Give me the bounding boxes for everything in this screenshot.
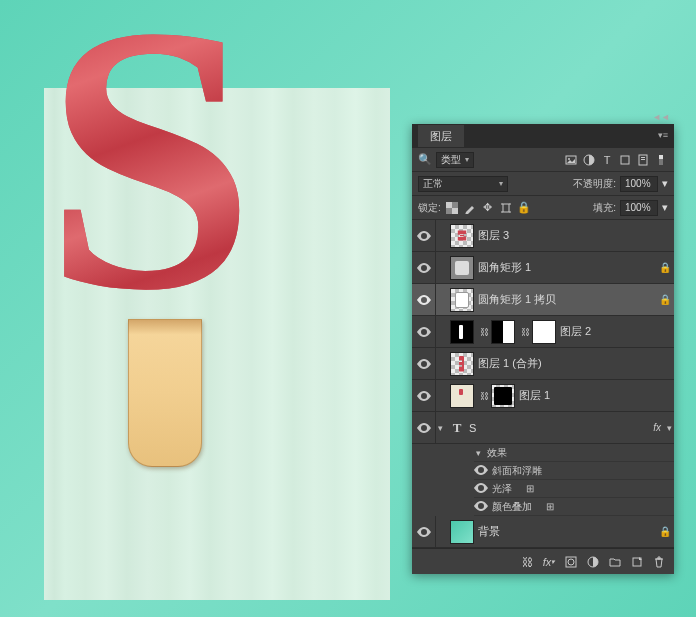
effect-visibility-toggle[interactable]	[474, 465, 488, 477]
effect-add-icon[interactable]: ⊞	[520, 483, 540, 494]
layers-tab[interactable]: 图层	[418, 125, 464, 147]
smart-filter-icon[interactable]	[636, 153, 650, 167]
panel-collapse-icon[interactable]: ◄◄	[652, 112, 670, 122]
layers-list: 图层 3 圆角矩形 1 🔒 圆角矩形 1 拷贝 🔒 ⛓ ⛓ 图层 2	[412, 220, 674, 548]
layer-name[interactable]: 图层 3	[478, 228, 674, 243]
layer-thumbnail[interactable]	[450, 352, 474, 376]
layer-style-icon[interactable]: fx▾	[542, 555, 556, 569]
layer-name[interactable]: 图层 1 (合并)	[478, 356, 674, 371]
layer-thumbnail[interactable]	[450, 224, 474, 248]
layer-name[interactable]: 图层 2	[560, 324, 674, 339]
fx-indicator[interactable]: fx	[653, 422, 665, 433]
mask-link-icon[interactable]: ⛓	[478, 391, 491, 401]
lock-position-icon[interactable]: ✥	[481, 201, 495, 215]
visibility-toggle[interactable]	[412, 348, 436, 379]
layer-thumbnail[interactable]	[450, 520, 474, 544]
panel-menu-icon[interactable]: ▾≡	[658, 130, 668, 140]
fx-caret-icon[interactable]: ▾	[665, 423, 674, 433]
layer-thumbnail[interactable]	[450, 384, 474, 408]
opacity-chevron-icon[interactable]: ▾	[662, 177, 668, 190]
effect-add-icon[interactable]: ⊞	[540, 501, 560, 512]
lock-artboard-icon[interactable]	[499, 201, 513, 215]
mask-link-icon[interactable]: ⛓	[519, 327, 532, 337]
effect-visibility-toggle[interactable]	[474, 483, 488, 495]
lock-icon[interactable]: 🔒	[656, 294, 674, 305]
svg-point-1	[568, 158, 570, 160]
svg-rect-6	[641, 159, 645, 160]
layer-row[interactable]: 图层 3	[412, 220, 674, 252]
lock-pixels-icon[interactable]	[463, 201, 477, 215]
blend-row: 正常▾ 不透明度: 100% ▾	[412, 172, 674, 196]
mask-thumbnail[interactable]	[491, 320, 515, 344]
layer-name[interactable]: 圆角矩形 1	[478, 260, 656, 275]
search-icon: 🔍	[418, 153, 432, 167]
panel-footer: ⛓ fx▾	[412, 548, 674, 574]
fill-field[interactable]: 100%	[620, 200, 658, 216]
visibility-toggle[interactable]	[412, 284, 436, 315]
letter-s-layer: S	[44, 2, 264, 314]
visibility-toggle[interactable]	[412, 252, 436, 283]
pixel-filter-icon[interactable]	[564, 153, 578, 167]
svg-rect-8	[659, 155, 663, 159]
link-layers-icon[interactable]: ⛓	[520, 555, 534, 569]
filter-type-dropdown[interactable]: 类型▾	[436, 152, 474, 168]
visibility-toggle[interactable]	[412, 516, 436, 547]
layer-row[interactable]: ⛓ 图层 1	[412, 380, 674, 412]
delete-layer-icon[interactable]	[652, 555, 666, 569]
svg-rect-5	[641, 157, 645, 158]
svg-point-19	[568, 559, 574, 565]
lock-all-icon[interactable]: 🔒	[517, 201, 531, 215]
lock-icon[interactable]: 🔒	[656, 526, 674, 537]
effect-row[interactable]: 斜面和浮雕	[474, 462, 674, 480]
lock-label: 锁定:	[418, 201, 441, 215]
blend-mode-dropdown[interactable]: 正常▾	[418, 176, 508, 192]
layer-row[interactable]: 图层 1 (合并)	[412, 348, 674, 380]
layer-name[interactable]: S	[469, 422, 653, 434]
layer-row[interactable]: ▾ T S fx ▾	[412, 412, 674, 444]
panel-tab-bar: 图层 ▾≡	[412, 124, 674, 148]
effects-caret-icon[interactable]: ▾	[474, 448, 483, 458]
lock-transparency-icon[interactable]	[445, 201, 459, 215]
visibility-toggle[interactable]	[412, 316, 436, 347]
lock-icon[interactable]: 🔒	[656, 262, 674, 273]
layer-row[interactable]: 圆角矩形 1 🔒	[412, 252, 674, 284]
svg-rect-12	[446, 208, 452, 214]
svg-rect-3	[621, 156, 629, 164]
visibility-toggle[interactable]	[412, 380, 436, 411]
layer-thumbnail[interactable]	[450, 256, 474, 280]
fill-label: 填充:	[593, 201, 616, 215]
effect-row[interactable]: 颜色叠加 ⊞	[474, 498, 674, 516]
filter-toggle-icon[interactable]	[654, 153, 668, 167]
visibility-toggle[interactable]	[412, 412, 436, 443]
adjustment-filter-icon[interactable]	[582, 153, 596, 167]
effect-visibility-toggle[interactable]	[474, 501, 488, 513]
adjustment-layer-icon[interactable]	[586, 555, 600, 569]
layer-name[interactable]: 图层 1	[519, 388, 674, 403]
opacity-label: 不透明度:	[573, 177, 616, 191]
layer-row[interactable]: 背景 🔒	[412, 516, 674, 548]
mask-thumbnail-2[interactable]	[532, 320, 556, 344]
shape-filter-icon[interactable]	[618, 153, 632, 167]
effects-header[interactable]: ▾ 效果	[474, 444, 674, 462]
layer-name[interactable]: 圆角矩形 1 拷贝	[478, 292, 656, 307]
type-filter-icon[interactable]: T	[600, 153, 614, 167]
mask-thumbnail[interactable]	[491, 384, 515, 408]
mask-link-icon[interactable]: ⛓	[478, 327, 491, 337]
svg-rect-11	[452, 202, 458, 208]
visibility-toggle[interactable]	[412, 220, 436, 251]
layers-panel: ◄◄ 图层 ▾≡ 🔍 类型▾ T 正常▾ 不透明度: 100% ▾ 锁定: ✥	[412, 124, 674, 574]
type-layer-icon: T	[445, 420, 469, 436]
svg-rect-13	[503, 204, 509, 212]
layer-thumbnail[interactable]	[450, 288, 474, 312]
layer-row[interactable]: ⛓ ⛓ 图层 2	[412, 316, 674, 348]
layer-thumbnail[interactable]	[450, 320, 474, 344]
layer-name[interactable]: 背景	[478, 524, 656, 539]
opacity-field[interactable]: 100%	[620, 176, 658, 192]
expand-caret-icon[interactable]: ▾	[436, 423, 445, 433]
effect-row[interactable]: 光泽 ⊞	[474, 480, 674, 498]
group-icon[interactable]	[608, 555, 622, 569]
layer-row[interactable]: 圆角矩形 1 拷贝 🔒	[412, 284, 674, 316]
layer-mask-icon[interactable]	[564, 555, 578, 569]
fill-chevron-icon[interactable]: ▾	[662, 201, 668, 214]
new-layer-icon[interactable]	[630, 555, 644, 569]
